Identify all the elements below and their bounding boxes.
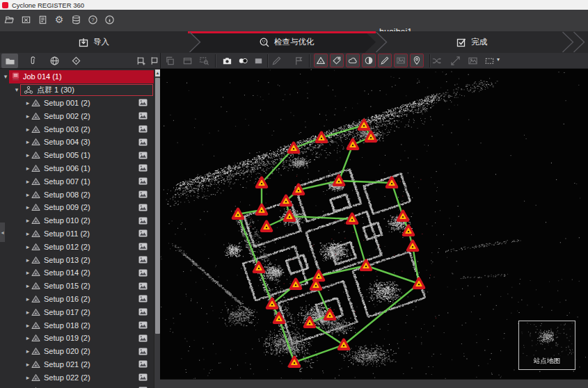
toggle-measurements-icon[interactable]: [378, 54, 392, 67]
expand-caret-icon[interactable]: ▸: [24, 243, 31, 250]
image-icon[interactable]: [467, 55, 479, 67]
crop-icon[interactable]: [450, 55, 461, 67]
tree-bundle-row[interactable]: ▾ 点群 1 (30): [0, 83, 154, 97]
expand-caret-icon[interactable]: ▸: [24, 152, 31, 159]
tree-setup-row[interactable]: ▸ Setup 008 (2): [0, 188, 154, 201]
setup-marker[interactable]: [305, 318, 315, 327]
panel-icon[interactable]: [182, 55, 193, 67]
toggle-setups-icon[interactable]: [314, 54, 328, 67]
toggle-labels-icon[interactable]: [330, 54, 344, 67]
expand-caret-icon[interactable]: ▸: [24, 230, 31, 237]
pano-image-icon[interactable]: [138, 269, 148, 277]
tree-setup-row[interactable]: ▸ Setup 004 (3): [0, 136, 154, 149]
tree-setup-row[interactable]: ▸ Setup 017 (2): [0, 305, 154, 318]
pano-image-icon[interactable]: [138, 373, 148, 381]
expand-caret-icon[interactable]: ▸: [24, 296, 31, 302]
tree-setup-row[interactable]: ▸ Setup 022 (2): [0, 371, 154, 384]
job-selected-highlight[interactable]: Job 014 (1): [9, 70, 154, 83]
tree-setup-row[interactable]: ▸ Setup 005 (1): [0, 149, 154, 162]
tree-setup-row[interactable]: ▸ Setup 019 (2): [0, 332, 154, 345]
tree-setup-row[interactable]: ▸ Setup 023 (2): [0, 384, 154, 388]
pano-image-icon[interactable]: [138, 164, 148, 172]
gray-square-icon[interactable]: [253, 55, 264, 67]
tree-setup-row[interactable]: ▸ Setup 009 (2): [0, 201, 154, 214]
tab-import[interactable]: 导入: [78, 31, 109, 53]
setup-marker[interactable]: [291, 280, 301, 289]
tab-review-optimize[interactable]: 检查与优化: [259, 31, 315, 53]
setup-marker[interactable]: [366, 132, 376, 141]
pano-image-icon[interactable]: [138, 204, 148, 211]
toggle-cloud-icon[interactable]: [346, 54, 360, 67]
setup-marker[interactable]: [254, 263, 264, 272]
pano-image-icon[interactable]: [138, 334, 148, 342]
camera-icon[interactable]: [221, 55, 233, 67]
site-map-tab[interactable]: [67, 54, 84, 68]
pano-image-icon[interactable]: [138, 282, 148, 290]
window-select-dropdown-icon[interactable]: ▾: [497, 56, 500, 63]
color-balls-icon[interactable]: [237, 55, 249, 67]
help-icon[interactable]: ?: [87, 14, 98, 25]
setup-marker[interactable]: [289, 357, 299, 366]
tree-setup-row[interactable]: ▸ Setup 003 (2): [0, 122, 154, 136]
tree-setup-row[interactable]: ▸ Setup 013 (2): [0, 253, 154, 266]
expand-caret-icon[interactable]: ▸: [24, 282, 31, 289]
setup-marker[interactable]: [408, 241, 418, 250]
expand-caret-icon[interactable]: ▸: [24, 348, 31, 355]
scroll-up-arrow-icon[interactable]: ▲: [155, 70, 160, 76]
pano-image-icon[interactable]: [138, 321, 148, 329]
setup-marker[interactable]: [361, 261, 371, 270]
info-icon[interactable]: [104, 14, 115, 25]
setup-marker[interactable]: [334, 176, 344, 185]
pano-image-icon[interactable]: [138, 191, 148, 198]
close-project-icon[interactable]: [20, 14, 31, 25]
copy-icon[interactable]: [164, 55, 176, 67]
web-tab[interactable]: [46, 54, 63, 68]
flag-icon[interactable]: [293, 55, 305, 67]
open-project-icon[interactable]: [3, 14, 15, 25]
tree-setup-row[interactable]: ▸ Setup 020 (2): [0, 345, 154, 358]
pano-image-icon[interactable]: [138, 256, 148, 264]
tree-setup-row[interactable]: ▸ Setup 018 (2): [0, 318, 154, 332]
setup-marker[interactable]: [262, 222, 271, 231]
measure-pencil-icon[interactable]: [271, 55, 283, 67]
tree-setup-row[interactable]: ▸ Setup 014 (2): [0, 266, 154, 280]
setup-marker[interactable]: [317, 133, 326, 142]
collapse-caret-icon[interactable]: ▾: [2, 73, 9, 80]
toggle-gps-icon[interactable]: [410, 54, 424, 67]
expand-caret-icon[interactable]: ▸: [24, 257, 31, 264]
pano-image-icon[interactable]: [138, 152, 148, 159]
setup-marker[interactable]: [404, 226, 413, 235]
tree-setup-row[interactable]: ▸ Setup 001 (2): [0, 97, 154, 110]
pano-image-icon[interactable]: [138, 295, 148, 302]
pano-image-icon[interactable]: [138, 243, 148, 250]
settings-gear-icon[interactable]: ⚙: [54, 14, 65, 25]
bundle-highlight[interactable]: 点群 1 (30): [20, 84, 153, 96]
collapse-caret-icon[interactable]: ▾: [13, 86, 20, 93]
tree-scrollbar[interactable]: ▲: [154, 69, 160, 388]
project-explorer-tab[interactable]: [1, 54, 18, 68]
expand-caret-icon[interactable]: ▸: [24, 334, 31, 341]
pano-image-icon[interactable]: [138, 229, 148, 237]
setup-marker[interactable]: [359, 120, 369, 129]
tree-setup-row[interactable]: ▸ Setup 006 (1): [0, 162, 154, 175]
pointcloud-viewport[interactable]: 站点地图: [160, 69, 588, 379]
tree-setup-row[interactable]: ▸ Setup 012 (2): [0, 240, 154, 253]
window-select-icon[interactable]: [484, 55, 495, 67]
zoom-window-icon[interactable]: [198, 55, 210, 67]
pano-image-icon[interactable]: [138, 138, 148, 146]
site-map-minimap[interactable]: 站点地图: [518, 321, 575, 370]
expand-caret-icon[interactable]: ▸: [24, 99, 31, 106]
tree-setup-row[interactable]: ▸ Setup 002 (2): [0, 109, 154, 122]
expand-caret-icon[interactable]: ▸: [24, 113, 31, 120]
sidebar-collapse-handle[interactable]: ◂: [0, 223, 5, 242]
setup-marker[interactable]: [325, 310, 335, 319]
tree-setup-row[interactable]: ▸ Setup 010 (2): [0, 214, 154, 227]
expand-caret-icon[interactable]: ▸: [24, 204, 31, 211]
expand-caret-icon[interactable]: ▸: [24, 269, 31, 276]
tree-setup-row[interactable]: ▸ Setup 015 (2): [0, 280, 154, 293]
expand-caret-icon[interactable]: ▸: [24, 191, 31, 198]
setup-marker[interactable]: [274, 314, 284, 323]
attachments-tab[interactable]: [24, 54, 41, 68]
expand-caret-icon[interactable]: ▸: [24, 309, 31, 316]
pano-image-icon[interactable]: [138, 125, 148, 133]
